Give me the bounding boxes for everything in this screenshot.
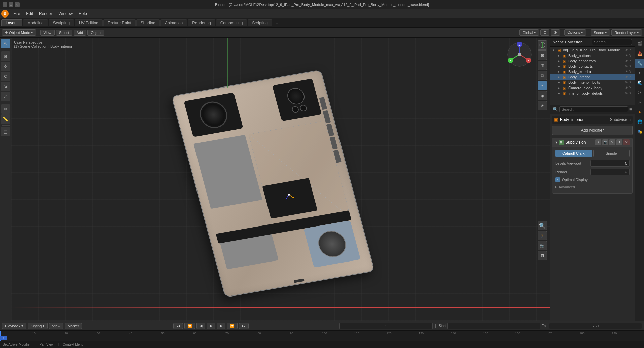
add-primitive-tool[interactable]: ◻ — [1, 127, 10, 136]
optimal-display-checkbox[interactable]: ✓ — [555, 177, 560, 182]
play-btn[interactable]: ▶ — [207, 323, 215, 329]
menu-render[interactable]: Render — [36, 11, 55, 17]
next-keyframe-btn[interactable]: ▶ — [217, 323, 225, 329]
tab-scripting[interactable]: Scripting — [248, 19, 272, 26]
tab-uv-editing[interactable]: UV Editing — [75, 19, 103, 26]
current-frame[interactable]: 1 — [339, 323, 432, 329]
view-menu-timeline[interactable]: View — [49, 323, 63, 329]
render-value[interactable]: 2 — [590, 169, 630, 175]
tree-interior[interactable]: ▸ ▣ Body_interior 👁 🖱 — [550, 74, 635, 80]
maximize-button[interactable]: □ — [9, 2, 13, 7]
tab-compositing[interactable]: Compositing — [216, 19, 247, 26]
modifier-render-btn[interactable]: 📷 — [602, 139, 608, 145]
renderlayer-selector[interactable]: RenderLayer ▾ — [611, 29, 642, 36]
prev-frame-btn[interactable]: ⏪ — [184, 323, 195, 329]
tab-texture-paint[interactable]: Texture Paint — [103, 19, 136, 26]
menu-file[interactable]: File — [11, 11, 23, 17]
cursor-tool[interactable]: ⊕ — [1, 51, 10, 61]
rotate-tool[interactable]: ↻ — [1, 72, 10, 81]
simple-btn[interactable]: Simple — [593, 150, 630, 157]
modifier-delete-btn[interactable]: ✕ — [623, 139, 630, 145]
props-world-icon[interactable]: 🌐 — [635, 117, 644, 127]
shading-wireframe[interactable]: □ — [538, 71, 547, 80]
props-output-icon[interactable]: 📤 — [635, 49, 644, 58]
tab-modeling[interactable]: Modeling — [23, 19, 48, 26]
props-object-data-icon[interactable]: △ — [635, 98, 644, 107]
menu-help[interactable]: Help — [76, 11, 90, 17]
tree-capacitors[interactable]: ▸ ▣ Body_capacitors 👁 🖱 — [550, 58, 635, 64]
marker-menu[interactable]: Marker — [65, 323, 82, 329]
outliner-search[interactable] — [592, 39, 632, 45]
catmull-clark-btn[interactable]: Catmull-Clark — [555, 150, 592, 157]
proportional-btn[interactable]: ⊙ — [551, 29, 560, 36]
camera-icon[interactable]: 📷 — [538, 241, 547, 250]
props-particle-icon[interactable]: ✦ — [635, 68, 644, 78]
props-render-icon[interactable]: 🎬 — [635, 39, 644, 48]
mode-selector[interactable]: ⊙ Object Mode ▾ — [2, 29, 36, 36]
properties-search[interactable] — [559, 106, 628, 112]
shading-material[interactable]: ◉ — [538, 91, 547, 100]
jump-end-btn[interactable]: ⏭ — [239, 323, 249, 329]
timeline-scrubber[interactable]: 1 10 20 30 40 50 60 70 80 90 100 110 120… — [0, 331, 644, 341]
measure-tool[interactable]: 📏 — [1, 114, 10, 124]
walk-icon[interactable]: 🚶 — [538, 231, 547, 240]
tab-sculpting[interactable]: Sculpting — [49, 19, 74, 26]
shading-solid[interactable]: ● — [538, 81, 547, 90]
props-material-icon[interactable]: ● — [635, 107, 644, 117]
annotate-tool[interactable]: ✏ — [1, 104, 10, 114]
render-icon[interactable]: 🖼 — [538, 251, 547, 260]
props-modifier-icon[interactable]: 🔧 — [635, 59, 644, 68]
add-modifier-button[interactable]: Add Modifier — [552, 126, 633, 135]
options-btn[interactable]: Options ▾ — [564, 29, 586, 36]
next-frame-btn[interactable]: ⏩ — [227, 323, 238, 329]
scale-tool[interactable]: ⇲ — [1, 82, 10, 91]
playback-menu[interactable]: Playback ▾ — [2, 323, 26, 329]
tree-contacts[interactable]: ▸ ▣ Body_contacts 👁 🖱 — [550, 64, 635, 69]
scene-selector[interactable]: Scene ▾ — [591, 29, 610, 36]
tab-layout[interactable]: Layout — [1, 19, 22, 26]
keying-menu[interactable]: Keying ▾ — [28, 323, 48, 329]
menu-window[interactable]: Window — [56, 11, 75, 17]
close-button[interactable]: ✕ — [15, 2, 20, 7]
tab-animation[interactable]: Animation — [160, 19, 187, 26]
tree-interior-details[interactable]: ▸ ▣ Interior_body_details 👁 🖱 — [550, 91, 635, 96]
add-menu[interactable]: Add — [74, 30, 86, 36]
viewport-gizmo-toggle[interactable] — [538, 40, 547, 50]
tree-exterior[interactable]: ▸ ▣ Body_exterior 👁 🖱 — [550, 69, 635, 74]
tab-shading[interactable]: Shading — [136, 19, 160, 26]
transform-tool[interactable]: ⤢ — [1, 92, 10, 101]
end-frame[interactable]: 250 — [549, 323, 642, 329]
modifier-edit-btn[interactable]: ✎ — [609, 139, 615, 145]
tab-rendering[interactable]: Rendering — [188, 19, 215, 26]
modifier-realtime-btn[interactable]: 🖥 — [595, 139, 601, 145]
view-menu[interactable]: View — [40, 30, 55, 36]
select-tool[interactable]: ↖ — [1, 39, 10, 48]
modifier-collapse-arrow[interactable]: ▾ — [555, 140, 557, 145]
minimize-button[interactable]: — — [3, 2, 7, 7]
prev-keyframe-btn[interactable]: ◀ — [196, 323, 205, 329]
tab-add-button[interactable]: + — [273, 19, 281, 27]
props-physics-icon[interactable]: 🌊 — [635, 78, 644, 88]
levels-viewport-value[interactable]: 0 — [590, 160, 630, 167]
tree-camera-block[interactable]: ▸ ▣ Camera_block_body 👁 🖱 — [550, 85, 635, 91]
jump-start-btn[interactable]: ⏮ — [173, 323, 183, 329]
select-menu[interactable]: Select — [56, 30, 72, 36]
zoom-icon[interactable]: 🔍 — [538, 221, 547, 230]
shading-rendered[interactable]: ☀ — [538, 101, 547, 110]
modifier-move-up-btn[interactable]: ⬆ — [616, 139, 622, 145]
start-frame[interactable]: 1 — [447, 323, 540, 329]
viewport-overlays-btn[interactable]: ⊡ — [538, 50, 547, 60]
object-menu[interactable]: Object — [87, 30, 104, 36]
navigation-gizmo[interactable]: Z X Y — [506, 41, 533, 68]
props-scene-icon[interactable]: 🎭 — [635, 127, 644, 136]
global-space[interactable]: Global ▾ — [519, 29, 539, 36]
tree-buttons[interactable]: ▸ ▣ Body_buttons 👁 🖱 — [550, 53, 635, 58]
move-tool[interactable]: ✛ — [1, 62, 10, 71]
props-constraint-icon[interactable]: ⛓ — [635, 88, 644, 97]
viewport[interactable]: User Perspective (1) Scene Collection | … — [11, 38, 550, 321]
tree-interior-bolts[interactable]: ▸ ▣ Body_interior_bolts 👁 🖱 — [550, 80, 635, 85]
advanced-row[interactable]: ▸ Advanced — [555, 183, 630, 190]
menu-edit[interactable]: Edit — [23, 11, 36, 17]
tree-root[interactable]: ▾ ▣ obj_12_9_iPad_Pro_Body_Module 👁 🖱 — [550, 47, 635, 53]
snap-btn[interactable]: ⊡ — [540, 29, 549, 36]
